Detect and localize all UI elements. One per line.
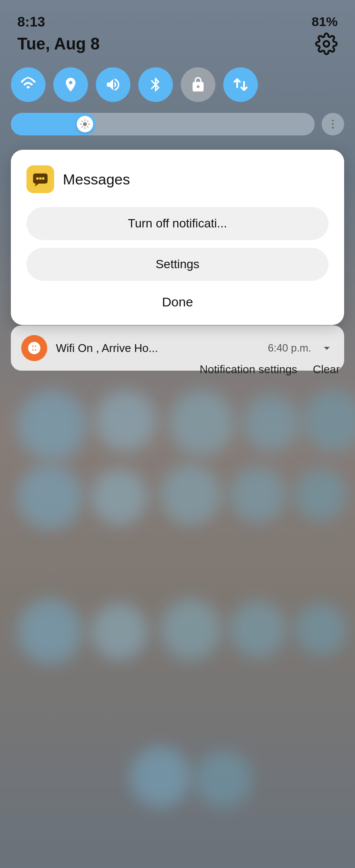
svg-point-8 [42,177,45,180]
date-text: Tue, Aug 8 [17,35,100,53]
sound-toggle[interactable] [96,67,130,102]
popup-header: Messages [26,165,329,193]
more-dots-icon [327,118,339,130]
location-toggle[interactable] [53,67,88,102]
done-button[interactable]: Done [26,291,329,313]
status-time: 8:13 [17,14,45,30]
wifi-toggle[interactable] [11,67,46,102]
popup-buttons: Turn off notificati... Settings [26,207,329,281]
messages-popup: Messages Turn off notificati... Settings… [11,150,344,325]
chevron-down-icon[interactable] [320,341,334,355]
notification-actions: Notification settings Clear [11,363,344,376]
automation-icon [27,341,42,355]
quick-toggles [11,67,344,102]
lock-toggle[interactable] [181,67,215,102]
brightness-icon [80,119,90,129]
messages-app-icon [26,165,54,193]
status-battery: 81% [312,14,338,29]
notification-settings-button[interactable]: Notification settings [199,363,297,376]
brightness-slider[interactable] [11,113,315,135]
popup-app-name: Messages [63,171,130,188]
clear-button[interactable]: Clear [313,363,340,376]
svg-point-4 [332,127,334,128]
settings-icon[interactable] [315,33,338,55]
notification-content: Wifi On , Arrive Ho... [56,342,259,355]
data-sync-toggle[interactable] [223,67,258,102]
status-bar: 8:13 81% [0,0,355,35]
brightness-thumb [77,116,93,132]
notification-app-icon [21,335,47,361]
svg-point-1 [83,122,87,126]
bluetooth-toggle[interactable] [138,67,173,102]
svg-point-2 [332,120,334,122]
svg-point-6 [36,177,39,180]
brightness-fill [11,113,96,135]
svg-point-3 [332,123,334,125]
date-row: Tue, Aug 8 [0,33,355,55]
svg-point-0 [324,41,329,47]
svg-point-7 [39,177,42,180]
turn-off-notifications-button[interactable]: Turn off notificati... [26,207,329,240]
settings-button[interactable]: Settings [26,248,329,281]
notification-time: 6:40 p.m. [268,342,311,354]
notification-title: Wifi On , Arrive Ho... [56,342,158,355]
messages-icon-svg [32,171,49,188]
more-options-button[interactable] [322,113,344,135]
brightness-row [11,113,344,135]
